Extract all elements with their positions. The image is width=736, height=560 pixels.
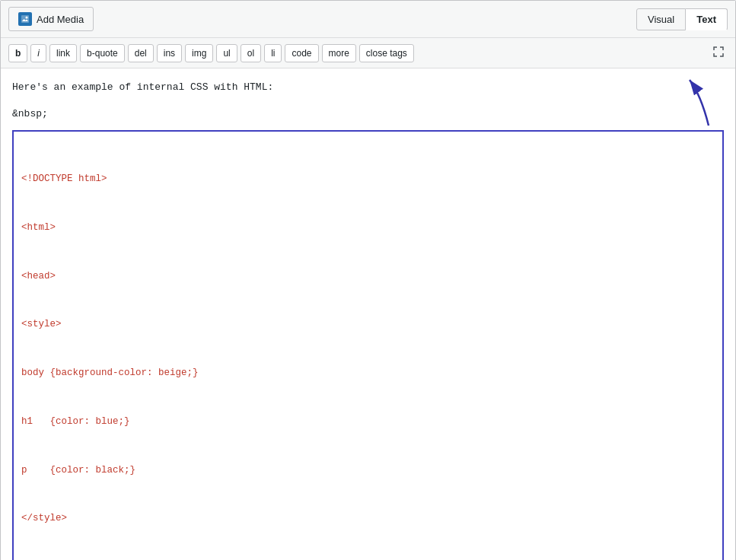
tab-visual[interactable]: Visual <box>636 8 686 30</box>
editor-main: Here's an example of internal CSS with H… <box>1 68 735 560</box>
view-tabs: Visual Text <box>636 8 728 30</box>
format-btn-code[interactable]: code <box>285 44 318 62</box>
add-media-label: Add Media <box>37 14 84 25</box>
format-btn-i[interactable]: i <box>30 44 46 62</box>
arrow-annotation <box>663 72 724 133</box>
code-line: <style> <box>21 317 715 332</box>
svg-rect-0 <box>21 15 29 23</box>
format-btn-more[interactable]: more <box>322 44 356 62</box>
code-line: <html> <box>21 220 715 236</box>
format-btn-ul[interactable]: ul <box>216 44 237 62</box>
format-toolbar: b i link b-quote del ins img ul ol li co… <box>1 38 735 68</box>
format-btn-li[interactable]: li <box>264 44 282 62</box>
nbsp-line: &nbsp; <box>12 107 724 123</box>
code-line: h1 {color: blue;} <box>21 414 715 430</box>
format-btn-del[interactable]: del <box>128 44 154 62</box>
code-line: <!DOCTYPE html> <box>21 171 715 187</box>
editor-content[interactable]: Here's an example of internal CSS with H… <box>1 68 735 560</box>
toolbar-top: Add Media Visual Text <box>1 1 735 38</box>
code-line: body {background-color: beige;} <box>21 365 715 381</box>
code-line: p {color: black;} <box>21 463 715 479</box>
expand-button[interactable] <box>709 43 728 63</box>
code-line: </style> <box>21 511 715 527</box>
format-btn-link[interactable]: link <box>49 44 77 62</box>
format-btn-ins[interactable]: ins <box>157 44 182 62</box>
format-btn-bquote[interactable]: b-quote <box>80 44 125 62</box>
editor-container: Add Media Visual Text b i link b-quote d… <box>0 0 736 560</box>
format-btn-img[interactable]: img <box>185 44 213 62</box>
format-btn-ol[interactable]: ol <box>241 44 261 62</box>
svg-point-1 <box>26 17 28 19</box>
add-media-button[interactable]: Add Media <box>8 7 94 31</box>
add-media-icon <box>18 12 32 26</box>
code-line: <head> <box>21 269 715 285</box>
format-btn-b[interactable]: b <box>8 44 27 62</box>
intro-line: Here's an example of internal CSS with H… <box>12 80 724 96</box>
tab-text[interactable]: Text <box>686 8 728 30</box>
code-block[interactable]: <!DOCTYPE html> <html> <head> <style> bo… <box>12 130 724 560</box>
format-btn-closetags[interactable]: close tags <box>359 44 414 62</box>
